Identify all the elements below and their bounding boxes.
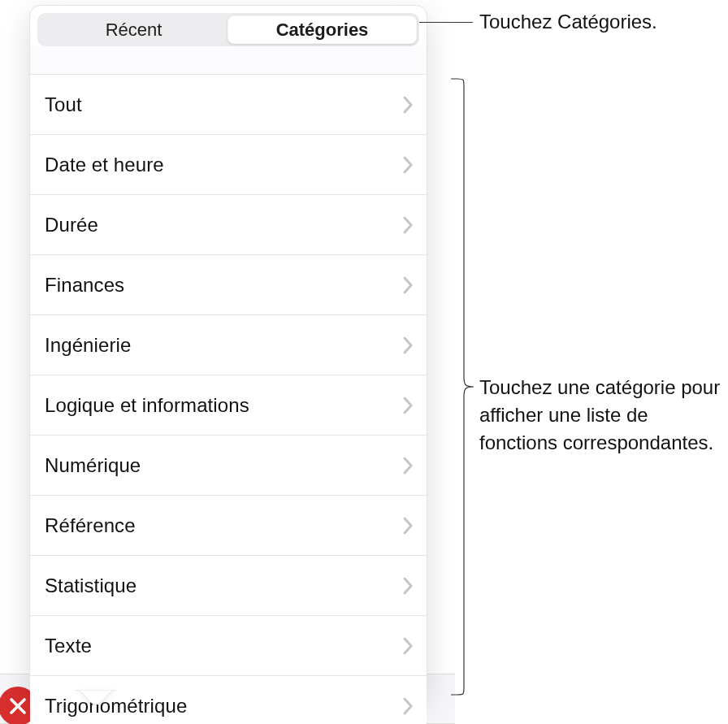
list-item[interactable]: Durée (30, 195, 427, 255)
segmented-control: Récent Catégories (37, 13, 419, 46)
tab-categories-label: Catégories (276, 20, 369, 41)
chevron-right-icon (402, 577, 414, 595)
chevron-right-icon (402, 397, 414, 414)
chevron-right-icon (402, 336, 414, 354)
list-item[interactable]: Texte (30, 616, 427, 676)
tab-recent-label: Récent (106, 20, 162, 41)
callout-leader-line (419, 22, 473, 23)
category-label: Tout (45, 93, 82, 116)
list-item[interactable]: Numérique (30, 436, 427, 496)
list-item[interactable]: Ingénierie (30, 315, 427, 375)
category-label: Référence (45, 514, 136, 537)
category-label: Logique et informations (45, 394, 249, 417)
chevron-right-icon (402, 216, 414, 234)
list-item[interactable]: Statistique (30, 556, 427, 616)
chevron-right-icon (402, 276, 414, 294)
category-label: Statistique (45, 574, 136, 597)
chevron-right-icon (402, 637, 414, 655)
chevron-right-icon (402, 457, 414, 475)
category-label: Finances (45, 274, 124, 297)
category-label: Trigonométrique (45, 695, 187, 717)
category-label: Date et heure (45, 154, 164, 176)
list-item[interactable]: Finances (30, 255, 427, 315)
section-gap (30, 46, 427, 74)
category-list: Tout Date et heure Durée Finances (30, 74, 427, 724)
category-label: Texte (45, 635, 92, 657)
list-item[interactable]: Tout (30, 75, 427, 135)
callout-text: Touchez Catégories. (479, 8, 723, 36)
tab-categories[interactable]: Catégories (228, 15, 417, 44)
chevron-right-icon (402, 96, 414, 114)
list-item[interactable]: Référence (30, 496, 427, 556)
functions-popover: Récent Catégories Tout Date et heure (29, 5, 427, 697)
callout-bracket-icon (451, 78, 474, 696)
list-item[interactable]: Trigonométrique (30, 676, 427, 724)
chevron-right-icon (402, 697, 414, 715)
chevron-right-icon (402, 156, 414, 174)
list-item[interactable]: Logique et informations (30, 375, 427, 436)
category-label: Numérique (45, 454, 141, 477)
category-label: Ingénierie (45, 334, 131, 357)
callout-text: Touchez une catégorie pour afficher une … (479, 374, 723, 457)
category-label: Durée (45, 214, 98, 236)
close-icon (7, 696, 28, 717)
tab-recent[interactable]: Récent (40, 15, 228, 44)
list-item[interactable]: Date et heure (30, 135, 427, 195)
chevron-right-icon (402, 517, 414, 535)
